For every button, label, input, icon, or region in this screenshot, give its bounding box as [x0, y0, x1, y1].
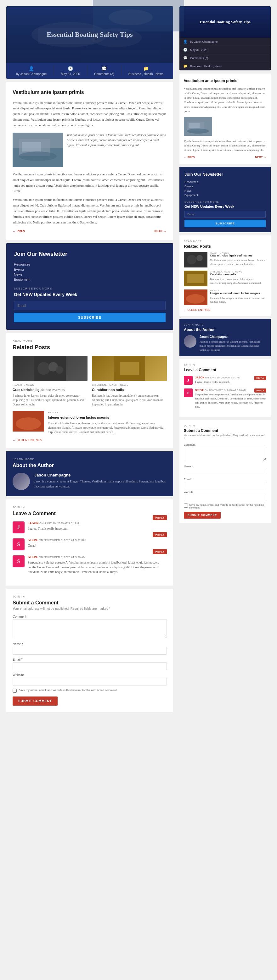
sidebar-related-post-3: HEALTH Integer euismod lorem luctus magn… [184, 290, 266, 305]
sidebar-newsletter-list: Resources Events News Equipment [184, 180, 266, 197]
author-avatar-image [13, 473, 30, 490]
sidebar-save-info-checkbox[interactable] [184, 504, 188, 508]
save-info-checkbox-row: Save my name, email, and website in this… [13, 689, 167, 693]
email-input[interactable] [13, 662, 167, 670]
sidebar-nl-email-input[interactable] [184, 211, 266, 218]
sidebar-comment-1-avatar: J [184, 376, 193, 385]
svg-rect-28 [187, 274, 204, 283]
meta-divider-2 [87, 66, 87, 76]
save-info-checkbox[interactable] [13, 689, 17, 693]
sidebar-prev-link[interactable]: ← PREV [184, 155, 195, 159]
svg-rect-8 [22, 142, 41, 151]
name-input[interactable] [13, 647, 167, 655]
comments-icon: 💬 [101, 66, 107, 71]
sidebar-website-label: Website [184, 491, 266, 494]
sidebar-related-post-2-content: CHILDREN, HEALTH, NEWS Curabitur non nul… [210, 270, 266, 286]
newsletter-subscribe-button[interactable]: SUBSCRIBE [14, 313, 166, 322]
related-posts-title: Related Posts [13, 344, 167, 351]
svg-rect-15 [120, 362, 139, 375]
comment-3: S REPLY STEVE ON NOVEMBER 5, 2020 AT 3:2… [13, 555, 167, 574]
submit-comment-button[interactable]: SUBMIT COMMENT [13, 697, 58, 706]
email-field-group: Email * [13, 658, 167, 670]
comment-3-reply-button[interactable]: REPLY [153, 549, 167, 554]
comment-textarea[interactable] [13, 619, 167, 638]
sidebar-join-in-label: JOIN IN [184, 364, 266, 366]
sidebar-author-details: Jason Champagne Jason is a content creat… [200, 335, 266, 352]
sidebar-hero-bg: Essential Boating Safety Tips [179, 6, 271, 38]
sidebar-nl-subscribe-button[interactable]: SUBSCRIBE [184, 220, 266, 227]
sidebar-author-name: Jason Champagne [200, 335, 266, 339]
related-posts-section: READ MORE Related Posts HEALTH , NEWS Cr… [6, 333, 173, 448]
sidebar-older-entries-link[interactable]: ← OLDER ENTRIES [184, 308, 266, 312]
newsletter-cta: Get NEW Updates Every Week [14, 292, 166, 297]
sidebar-author-text: by Jason Champagne [190, 40, 218, 43]
sidebar-date-icon: 🕐 [183, 48, 187, 52]
article-nav-links: ← PREV NEXT → [13, 229, 167, 234]
sidebar-related-post-1-tags: HEALTH , NEWS [210, 252, 266, 254]
sidebar-author-section: LEARN MORE About the Author Jason Champa… [179, 319, 271, 356]
sidebar-email-group: Email * [184, 478, 266, 488]
related-post-2: CHILDREN, HEALTH, NEWS Curabitur non nul… [92, 356, 167, 407]
sidebar-comment-2-reply-button[interactable]: REPLY [255, 388, 266, 393]
sidebar-name-input[interactable] [184, 469, 266, 475]
sidebar-submit-button[interactable]: SUBMIT COMMENT [184, 512, 221, 519]
sidebar-email-input[interactable] [184, 482, 266, 488]
svg-point-26 [197, 255, 203, 261]
hero-categories-text: Business , Health , News [128, 72, 163, 76]
website-input[interactable] [13, 678, 167, 686]
related-post-3-tags: HEALTH [48, 411, 167, 414]
svg-point-9 [19, 151, 57, 161]
comment-2-meta: STEVE ON NOVEMBER 5, 2020 AT 5:32 PM [28, 538, 167, 542]
sidebar-date-text: May 31, 2020 [190, 48, 207, 51]
sidebar-website-input[interactable] [184, 495, 266, 501]
svg-point-23 [187, 129, 209, 134]
sidebar-comment-1-text: I agree. That is really important. [195, 380, 266, 384]
main-article-card: Vestibulum ante ipsum primis Vestibulum … [6, 82, 173, 240]
sidebar-submit-subtitle: Your email address will not be published… [184, 434, 266, 440]
sidebar-email-label: Email * [184, 478, 266, 481]
sidebar-comment-textarea[interactable] [184, 447, 266, 461]
name-field-group: Name * [13, 643, 167, 655]
next-link[interactable]: NEXT → [155, 229, 167, 234]
comment-2-body: REPLY STEVE ON NOVEMBER 5, 2020 AT 5:32 … [28, 538, 167, 550]
prev-link[interactable]: ← PREV [13, 229, 25, 234]
sidebar-nl-sub-label: SUBSCRIBE FOR MORE [184, 200, 266, 204]
related-post-1-title: Cras ultricies ligula sed mamus [13, 388, 88, 392]
comment-field-group: Comment [13, 615, 167, 639]
sidebar-next-link[interactable]: NEXT → [255, 155, 266, 159]
sidebar-comment-2-body: REPLY STEVE ON NOVEMBER 5, 2020 AT 3:28 … [195, 388, 266, 409]
join-in-label: JOIN IN [13, 506, 167, 509]
sidebar-comment-1-reply-button[interactable]: REPLY [255, 376, 266, 380]
related-posts-grid: HEALTH , NEWS Cras ultricies ligula sed … [13, 356, 167, 407]
sidebar-related-post-3-excerpt: Curabitur lobortis ligula in libero orna… [210, 296, 266, 304]
older-entries-link[interactable]: ← OLDER ENTRIES [13, 439, 167, 442]
sidebar-image-row [184, 117, 266, 136]
submit-comment-subtitle: Your email address will not be published… [13, 607, 167, 610]
sidebar-categories-icon: 📁 [183, 64, 187, 68]
sidebar-submit-title: Submit a Comment [184, 428, 266, 433]
name-field-label: Name * [13, 643, 167, 646]
sidebar-nl-item-resources: Resources [184, 180, 266, 184]
related-post-2-title: Curabitur non nulla [92, 388, 167, 392]
sidebar-save-info-label: Save my name, email, and website in this… [189, 504, 266, 509]
learn-more-label: LEARN MORE [13, 458, 167, 461]
sidebar-hero-meta: 👤 by Jason Champagne 🕐 May 31, 2020 💬 Co… [179, 38, 271, 70]
sidebar-save-info-row: Save my name, email, and website in this… [184, 504, 266, 509]
author-bio: Jason is a content creator at Elegant Th… [34, 479, 167, 489]
article-section-title: Vestibulum ante ipsum primis [13, 88, 167, 97]
comment-1-reply-button[interactable]: REPLY [153, 515, 167, 520]
sidebar-related-post-2-title: Curabitur non nulla [210, 273, 266, 277]
comment-2-reply-button[interactable]: REPLY [153, 532, 167, 537]
newsletter-title: Join Our Newsletter [14, 251, 166, 258]
submit-comment-section: JOIN IN Submit a Comment Your email addr… [6, 589, 173, 712]
sidebar-boat-image [184, 117, 212, 136]
sidebar-nl-item-events: Events [184, 184, 266, 189]
author-section-title: About the Author [13, 463, 167, 468]
newsletter-item-resources: Resources [14, 262, 166, 267]
svg-rect-22 [189, 123, 200, 128]
related-post-3-excerpt: Curabitur lobortis ligula in libero orna… [48, 421, 167, 435]
newsletter-email-input[interactable] [14, 301, 166, 310]
sidebar-related-post-3-tags: HEALTH [210, 290, 266, 292]
related-post-1-excerpt: Business It lor. Lorem ipsum dolor sit a… [13, 393, 88, 407]
sidebar-comment-label: Comment [184, 443, 266, 446]
